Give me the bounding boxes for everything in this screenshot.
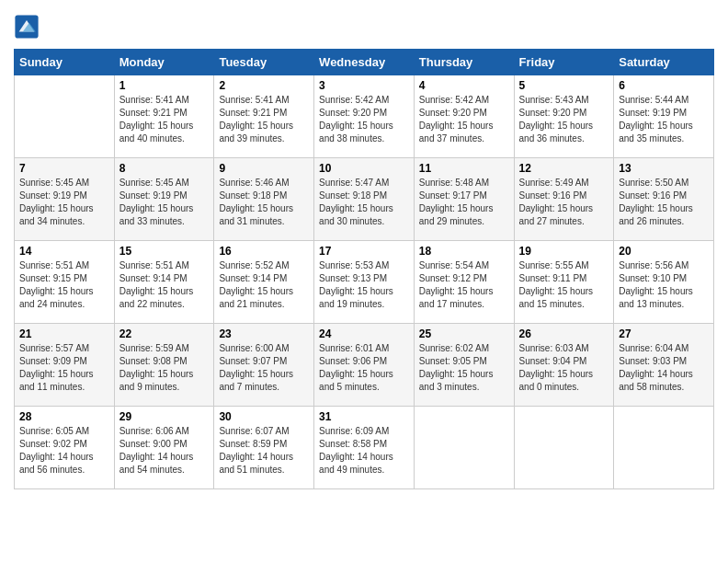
day-info: Sunrise: 5:54 AMSunset: 9:12 PMDaylight:… (419, 259, 509, 311)
day-cell (514, 407, 614, 489)
day-info: Sunrise: 6:00 AMSunset: 9:07 PMDaylight:… (219, 342, 309, 394)
day-number: 12 (519, 162, 609, 175)
day-cell: 11 Sunrise: 5:48 AMSunset: 9:17 PMDaylig… (414, 158, 514, 241)
day-info: Sunrise: 5:55 AMSunset: 9:11 PMDaylight:… (519, 259, 609, 311)
day-info: Sunrise: 5:53 AMSunset: 9:13 PMDaylight:… (319, 259, 409, 311)
day-cell: 22 Sunrise: 5:59 AMSunset: 9:08 PMDaylig… (114, 324, 214, 407)
day-number: 17 (319, 245, 409, 258)
weekday-header-wednesday: Wednesday (314, 50, 415, 75)
day-number: 30 (219, 410, 309, 423)
week-row-0: 1 Sunrise: 5:41 AMSunset: 9:21 PMDayligh… (15, 75, 714, 158)
day-number: 9 (219, 162, 309, 175)
day-info: Sunrise: 5:47 AMSunset: 9:18 PMDaylight:… (319, 177, 409, 228)
day-number: 7 (19, 162, 109, 175)
day-info: Sunrise: 6:04 AMSunset: 9:03 PMDaylight:… (619, 342, 709, 394)
day-info: Sunrise: 5:59 AMSunset: 9:08 PMDaylight:… (119, 342, 210, 394)
day-number: 14 (19, 245, 109, 258)
day-info: Sunrise: 5:42 AMSunset: 9:20 PMDaylight:… (419, 94, 509, 145)
day-info: Sunrise: 5:52 AMSunset: 9:14 PMDaylight:… (219, 259, 309, 311)
day-number: 15 (119, 245, 210, 258)
day-info: Sunrise: 5:44 AMSunset: 9:19 PMDaylight:… (619, 94, 709, 145)
day-cell: 16 Sunrise: 5:52 AMSunset: 9:14 PMDaylig… (214, 241, 314, 324)
day-info: Sunrise: 5:56 AMSunset: 9:10 PMDaylight:… (619, 259, 709, 311)
day-cell: 23 Sunrise: 6:00 AMSunset: 9:07 PMDaylig… (214, 324, 314, 407)
day-number: 18 (419, 245, 509, 258)
day-cell: 24 Sunrise: 6:01 AMSunset: 9:06 PMDaylig… (314, 324, 415, 407)
header-row: SundayMondayTuesdayWednesdayThursdayFrid… (15, 50, 714, 75)
day-cell: 19 Sunrise: 5:55 AMSunset: 9:11 PMDaylig… (514, 241, 614, 324)
day-info: Sunrise: 6:06 AMSunset: 9:00 PMDaylight:… (119, 425, 210, 477)
day-cell (414, 407, 514, 489)
logo (14, 14, 41, 40)
day-info: Sunrise: 6:07 AMSunset: 8:59 PMDaylight:… (219, 425, 309, 477)
day-number: 23 (219, 327, 309, 340)
day-info: Sunrise: 6:02 AMSunset: 9:05 PMDaylight:… (419, 342, 509, 394)
day-info: Sunrise: 5:41 AMSunset: 9:21 PMDaylight:… (119, 94, 210, 145)
day-info: Sunrise: 5:57 AMSunset: 9:09 PMDaylight:… (19, 342, 109, 394)
day-cell: 31 Sunrise: 6:09 AMSunset: 8:58 PMDaylig… (314, 407, 415, 489)
calendar-table: SundayMondayTuesdayWednesdayThursdayFrid… (14, 49, 714, 489)
day-number: 8 (119, 162, 210, 175)
day-cell: 10 Sunrise: 5:47 AMSunset: 9:18 PMDaylig… (314, 158, 415, 241)
header (14, 14, 714, 40)
day-cell: 13 Sunrise: 5:50 AMSunset: 9:16 PMDaylig… (614, 158, 714, 241)
day-info: Sunrise: 5:50 AMSunset: 9:16 PMDaylight:… (619, 177, 709, 228)
day-info: Sunrise: 5:46 AMSunset: 9:18 PMDaylight:… (219, 177, 309, 228)
day-number: 6 (619, 79, 709, 92)
day-cell: 26 Sunrise: 6:03 AMSunset: 9:04 PMDaylig… (514, 324, 614, 407)
day-cell: 25 Sunrise: 6:02 AMSunset: 9:05 PMDaylig… (414, 324, 514, 407)
day-info: Sunrise: 5:41 AMSunset: 9:21 PMDaylight:… (219, 94, 309, 145)
day-number: 26 (519, 327, 609, 340)
logo-icon (14, 14, 40, 40)
day-info: Sunrise: 5:43 AMSunset: 9:20 PMDaylight:… (519, 94, 609, 145)
day-cell: 14 Sunrise: 5:51 AMSunset: 9:15 PMDaylig… (15, 241, 115, 324)
week-row-3: 21 Sunrise: 5:57 AMSunset: 9:09 PMDaylig… (15, 324, 714, 407)
day-info: Sunrise: 5:49 AMSunset: 9:16 PMDaylight:… (519, 177, 609, 228)
day-cell: 8 Sunrise: 5:45 AMSunset: 9:19 PMDayligh… (114, 158, 214, 241)
day-cell: 5 Sunrise: 5:43 AMSunset: 9:20 PMDayligh… (514, 75, 614, 158)
day-info: Sunrise: 6:03 AMSunset: 9:04 PMDaylight:… (519, 342, 609, 394)
day-info: Sunrise: 5:45 AMSunset: 9:19 PMDaylight:… (19, 177, 109, 228)
week-row-2: 14 Sunrise: 5:51 AMSunset: 9:15 PMDaylig… (15, 241, 714, 324)
day-cell (15, 75, 115, 158)
day-cell: 7 Sunrise: 5:45 AMSunset: 9:19 PMDayligh… (15, 158, 115, 241)
day-number: 16 (219, 245, 309, 258)
day-number: 31 (319, 410, 409, 423)
day-number: 10 (319, 162, 409, 175)
weekday-header-saturday: Saturday (614, 50, 714, 75)
day-cell: 20 Sunrise: 5:56 AMSunset: 9:10 PMDaylig… (614, 241, 714, 324)
day-cell: 17 Sunrise: 5:53 AMSunset: 9:13 PMDaylig… (314, 241, 415, 324)
day-info: Sunrise: 6:01 AMSunset: 9:06 PMDaylight:… (319, 342, 409, 394)
day-cell: 30 Sunrise: 6:07 AMSunset: 8:59 PMDaylig… (214, 407, 314, 489)
day-number: 5 (519, 79, 609, 92)
week-row-1: 7 Sunrise: 5:45 AMSunset: 9:19 PMDayligh… (15, 158, 714, 241)
day-info: Sunrise: 5:42 AMSunset: 9:20 PMDaylight:… (319, 94, 409, 145)
day-number: 24 (319, 327, 409, 340)
day-number: 29 (119, 410, 210, 423)
day-number: 2 (219, 79, 309, 92)
day-info: Sunrise: 5:45 AMSunset: 9:19 PMDaylight:… (119, 177, 210, 228)
day-cell: 29 Sunrise: 6:06 AMSunset: 9:00 PMDaylig… (114, 407, 214, 489)
day-cell: 4 Sunrise: 5:42 AMSunset: 9:20 PMDayligh… (414, 75, 514, 158)
day-info: Sunrise: 6:05 AMSunset: 9:02 PMDaylight:… (19, 425, 109, 477)
day-number: 20 (619, 245, 709, 258)
day-number: 19 (519, 245, 609, 258)
day-number: 21 (19, 327, 109, 340)
day-number: 27 (619, 327, 709, 340)
weekday-header-friday: Friday (514, 50, 614, 75)
day-number: 13 (619, 162, 709, 175)
day-number: 1 (119, 79, 210, 92)
day-cell: 12 Sunrise: 5:49 AMSunset: 9:16 PMDaylig… (514, 158, 614, 241)
day-number: 28 (19, 410, 109, 423)
day-cell: 18 Sunrise: 5:54 AMSunset: 9:12 PMDaylig… (414, 241, 514, 324)
week-row-4: 28 Sunrise: 6:05 AMSunset: 9:02 PMDaylig… (15, 407, 714, 489)
day-cell (614, 407, 714, 489)
day-info: Sunrise: 5:48 AMSunset: 9:17 PMDaylight:… (419, 177, 509, 228)
day-info: Sunrise: 5:51 AMSunset: 9:14 PMDaylight:… (119, 259, 210, 311)
day-info: Sunrise: 5:51 AMSunset: 9:15 PMDaylight:… (19, 259, 109, 311)
weekday-header-thursday: Thursday (414, 50, 514, 75)
day-cell: 21 Sunrise: 5:57 AMSunset: 9:09 PMDaylig… (15, 324, 115, 407)
day-cell: 6 Sunrise: 5:44 AMSunset: 9:19 PMDayligh… (614, 75, 714, 158)
day-cell: 3 Sunrise: 5:42 AMSunset: 9:20 PMDayligh… (314, 75, 415, 158)
day-number: 3 (319, 79, 409, 92)
